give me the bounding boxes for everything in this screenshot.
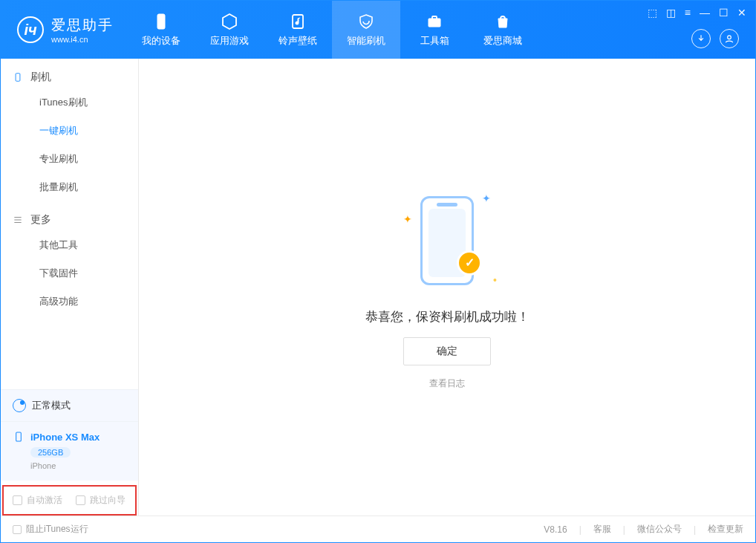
- sidebar-item-pro-flash[interactable]: 专业刷机: [1, 145, 138, 173]
- nav-apps[interactable]: 应用游戏: [195, 1, 264, 59]
- sidebar-item-itunes-flash[interactable]: iTunes刷机: [1, 88, 138, 117]
- device-type: iPhone: [30, 461, 126, 470]
- device-name: iPhone XS Max: [30, 432, 100, 443]
- sidebar-item-advanced[interactable]: 高级功能: [1, 287, 138, 316]
- briefcase-icon: [425, 12, 444, 31]
- menu-icon[interactable]: ≡: [685, 7, 691, 19]
- app-window: iч 爱思助手 www.i4.cn 我的设备 应用游戏 铃声壁纸 智能刷机: [0, 0, 756, 543]
- sparkle-icon: ✦: [403, 213, 412, 225]
- block-itunes-checkbox[interactable]: 阻止iTunes运行: [13, 523, 88, 536]
- svg-point-4: [728, 36, 731, 39]
- download-button[interactable]: [691, 29, 711, 48]
- version-label: V8.16: [544, 524, 567, 535]
- support-link[interactable]: 客服: [593, 523, 611, 536]
- sidebar-item-oneclick-flash[interactable]: 一键刷机: [1, 117, 138, 145]
- app-title: 爱思助手: [51, 16, 114, 35]
- cube-icon: [220, 12, 239, 31]
- auto-activate-checkbox[interactable]: 自动激活: [13, 494, 62, 507]
- feedback-icon[interactable]: ◫: [666, 7, 676, 19]
- nav-ringtones[interactable]: 铃声壁纸: [264, 1, 332, 59]
- close-button[interactable]: ✕: [737, 7, 746, 19]
- checkbox-icon: [13, 525, 22, 534]
- sidebar: 刷机 iTunes刷机 一键刷机 专业刷机 批量刷机 更多 其他工具 下载固件 …: [1, 59, 139, 516]
- header: iч 爱思助手 www.i4.cn 我的设备 应用游戏 铃声壁纸 智能刷机: [1, 1, 755, 59]
- wechat-link[interactable]: 微信公众号: [637, 523, 682, 536]
- music-icon: [288, 12, 307, 31]
- refresh-shield-icon: [356, 12, 376, 31]
- sidebar-group-more: 更多: [1, 201, 138, 231]
- nav-flash[interactable]: 智能刷机: [332, 1, 400, 59]
- sidebar-group-flash: 刷机: [1, 59, 138, 88]
- header-actions: [691, 29, 739, 48]
- highlighted-checkboxes: 自动激活 跳过向导: [2, 485, 137, 516]
- nav-store[interactable]: 爱思商城: [469, 1, 537, 59]
- top-nav: 我的设备 应用游戏 铃声壁纸 智能刷机 工具箱 爱思商城: [127, 1, 537, 59]
- window-controls: ⬚ ◫ ≡ — ☐ ✕: [648, 7, 746, 19]
- skip-guide-checkbox[interactable]: 跳过向导: [76, 494, 126, 507]
- svg-rect-3: [432, 16, 437, 19]
- logo[interactable]: iч 爱思助手 www.i4.cn: [1, 1, 127, 59]
- check-update-link[interactable]: 检查更新: [708, 523, 743, 536]
- minimize-button[interactable]: —: [700, 7, 710, 19]
- sidebar-item-batch-flash[interactable]: 批量刷机: [1, 173, 138, 201]
- checkbox-icon: [76, 495, 85, 505]
- svg-rect-6: [16, 432, 22, 441]
- sidebar-item-other-tools[interactable]: 其他工具: [1, 231, 138, 259]
- svg-rect-0: [157, 14, 165, 29]
- phone-outline-icon: [13, 72, 23, 82]
- view-log-link[interactable]: 查看日志: [429, 377, 465, 390]
- svg-rect-5: [16, 74, 20, 82]
- nav-my-device[interactable]: 我的设备: [127, 1, 195, 59]
- account-button[interactable]: [720, 29, 739, 48]
- sparkle-icon: ✦: [482, 192, 491, 204]
- nav-toolbox[interactable]: 工具箱: [400, 1, 469, 59]
- sparkle-icon: •: [493, 274, 497, 286]
- logo-icon: iч: [17, 16, 44, 43]
- phone-icon: [151, 12, 171, 31]
- shirt-icon[interactable]: ⬚: [648, 7, 657, 19]
- body: 刷机 iTunes刷机 一键刷机 专业刷机 批量刷机 更多 其他工具 下载固件 …: [1, 59, 755, 516]
- maximize-button[interactable]: ☐: [719, 7, 729, 19]
- device-icon: [13, 431, 25, 443]
- device-card[interactable]: iPhone XS Max 256GB iPhone: [1, 421, 138, 481]
- confirm-button[interactable]: 确定: [403, 337, 491, 365]
- device-mode-status[interactable]: 正常模式: [1, 389, 138, 421]
- device-capacity: 256GB: [30, 447, 71, 458]
- bag-icon: [493, 12, 512, 31]
- success-illustration: ✦ ✦ • ✓: [399, 185, 495, 296]
- list-icon: [13, 215, 23, 225]
- success-message: 恭喜您，保资料刷机成功啦！: [365, 308, 529, 325]
- main-content: ✦ ✦ • ✓ 恭喜您，保资料刷机成功啦！ 确定 查看日志: [139, 59, 755, 516]
- check-badge-icon: ✓: [457, 250, 482, 276]
- checkbox-icon: [13, 495, 22, 505]
- status-dot-icon: [13, 399, 26, 412]
- app-url: www.i4.cn: [51, 35, 114, 44]
- sidebar-item-download-firmware[interactable]: 下载固件: [1, 259, 138, 287]
- footer: 阻止iTunes运行 V8.16 | 客服 | 微信公众号 | 检查更新: [1, 516, 755, 542]
